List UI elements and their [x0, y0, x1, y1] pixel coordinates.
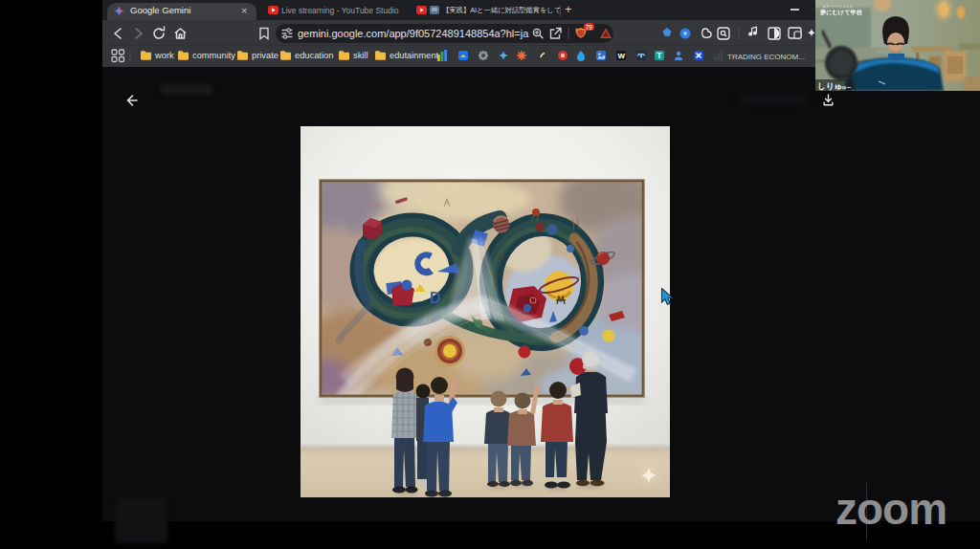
svg-text:W: W [617, 52, 625, 60]
svg-text:T: T [657, 51, 662, 60]
svg-text:夢にむけて学校: 夢にむけて学校 [819, 9, 863, 16]
svg-text:あと────くらした: あと────くらした [823, 4, 854, 9]
svg-text:D: D [430, 290, 441, 306]
svg-text:79: 79 [586, 24, 593, 31]
svg-text:gemini.google.com/app/9f057248: gemini.google.com/app/9f0572489148854a?h… [298, 28, 529, 39]
